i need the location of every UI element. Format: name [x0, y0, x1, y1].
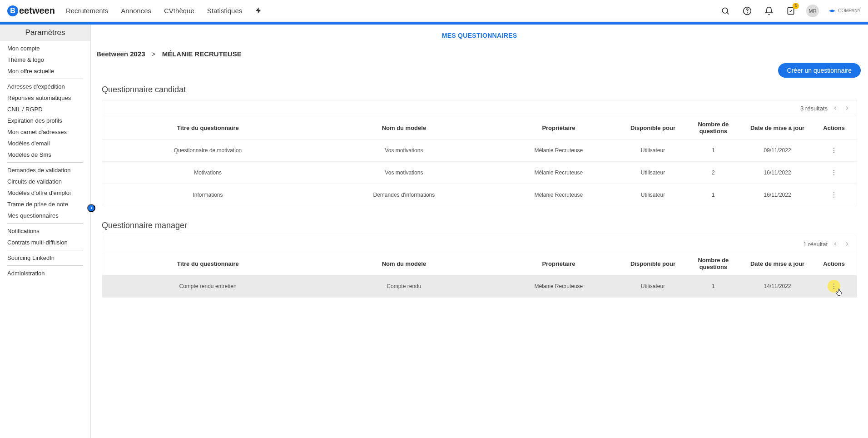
col-avail-header[interactable]: Disponible pour	[623, 252, 683, 275]
sidebar-item[interactable]: Modèles de Sms	[7, 149, 83, 160]
svg-point-14	[833, 286, 834, 287]
sidebar-collapse-button[interactable]	[87, 204, 95, 212]
sidebar-item[interactable]: Circuits de validation	[7, 176, 83, 187]
sidebar-item[interactable]: Mes questionnaires	[7, 210, 83, 221]
tab-mes-questionnaires[interactable]: MES QUESTIONNAIRES	[442, 32, 517, 41]
main: MES QUESTIONNAIRES Beetween 2023 > MÉLAN…	[91, 25, 868, 438]
sidebar-item[interactable]: Sourcing LinkedIn	[7, 252, 83, 264]
sidebar-item[interactable]: Adresses d'expédition	[7, 81, 83, 92]
sidebar-item[interactable]: Contrats multi-diffusion	[7, 237, 83, 248]
topbar: B eetween Recrutements Annonces CVthèque…	[0, 0, 868, 22]
sidebar-item[interactable]: Réponses automatiques	[7, 92, 83, 104]
sidebar-item[interactable]: Demandes de validation	[7, 164, 83, 176]
create-questionnaire-button[interactable]: Créer un questionnaire	[778, 63, 861, 78]
col-model-header[interactable]: Nom du modèle	[313, 116, 495, 139]
table-cell: Demandes d'informations	[313, 184, 495, 206]
svg-point-6	[833, 152, 834, 153]
sidebar-title: Paramètres	[0, 25, 90, 41]
table-cell: Utilisateur	[623, 275, 683, 298]
logo[interactable]: B eetween	[7, 5, 55, 16]
sidebar-item[interactable]: Notifications	[7, 225, 83, 237]
section-heading: Questionnaire candidat	[102, 85, 857, 95]
create-btn-row: Créer un questionnaire	[91, 58, 868, 81]
sidebar-item[interactable]: Mon carnet d'adresses	[7, 126, 83, 138]
breadcrumb-user[interactable]: MÉLANIE RECRUTEUSE	[162, 50, 242, 58]
col-title-header[interactable]: Titre du questionnaire	[102, 116, 313, 139]
sidebar-item[interactable]: Administration	[7, 268, 83, 279]
page-body: Paramètres Mon compteThème & logoMon off…	[0, 25, 868, 438]
table-cell: 1	[683, 184, 744, 206]
pager-prev-button[interactable]	[831, 104, 839, 112]
search-icon[interactable]	[719, 5, 732, 17]
company-text: COMPANY	[838, 8, 861, 13]
tasks-icon[interactable]: 1	[784, 5, 797, 17]
sidebar-item[interactable]: Mon compte	[7, 43, 83, 54]
svg-point-11	[833, 194, 834, 195]
sidebar: Paramètres Mon compteThème & logoMon off…	[0, 25, 91, 438]
sidebar-group: Adresses d'expéditionRéponses automatiqu…	[7, 79, 83, 163]
table-cell: 1	[683, 275, 744, 298]
actions-cell	[811, 139, 857, 162]
nav-recrutements[interactable]: Recrutements	[66, 7, 108, 15]
pager-prev-button[interactable]	[831, 240, 839, 248]
table-row[interactable]: Questionnaire de motivationVos motivatio…	[102, 139, 857, 162]
breadcrumb-org[interactable]: Beetween 2023	[96, 50, 145, 58]
avatar[interactable]: MR	[806, 5, 819, 17]
row-actions-button[interactable]	[828, 281, 839, 292]
row-actions-button[interactable]	[828, 189, 839, 200]
sidebar-item[interactable]: Expiration des profils	[7, 115, 83, 126]
help-icon[interactable]	[741, 5, 754, 17]
sidebar-item[interactable]: Modèles d'offre d'emploi	[7, 187, 83, 199]
svg-point-4	[833, 148, 834, 149]
col-owner-header[interactable]: Propriétaire	[495, 116, 623, 139]
sidebar-item[interactable]: Thème & logo	[7, 54, 83, 65]
col-date-header[interactable]: Date de mise à jour	[744, 252, 811, 275]
sidebar-item[interactable]: CNIL / RGPD	[7, 104, 83, 115]
company-logo[interactable]: COMPANY	[828, 7, 861, 15]
topbar-left: B eetween Recrutements Annonces CVthèque…	[7, 5, 262, 16]
table-cell: Vos motivations	[313, 162, 495, 184]
table-row[interactable]: Compte rendu entretienCompte renduMélani…	[102, 275, 857, 298]
sidebar-item[interactable]: Trame de prise de note	[7, 199, 83, 210]
col-model-header[interactable]: Nom du modèle	[313, 252, 495, 275]
table-cell: 16/11/2022	[744, 162, 811, 184]
table-cell: Utilisateur	[623, 162, 683, 184]
table-cell: Mélanie Recruteuse	[495, 275, 623, 298]
table-cell: 16/11/2022	[744, 184, 811, 206]
table-row[interactable]: InformationsDemandes d'informationsMélan…	[102, 184, 857, 206]
nav-statistiques[interactable]: Statistiques	[207, 7, 243, 15]
actions-cell	[811, 184, 857, 206]
col-avail-header[interactable]: Disponible pour	[623, 116, 683, 139]
nav-links: Recrutements Annonces CVthèque Statistiq…	[66, 7, 262, 15]
col-actions-header[interactable]: Actions	[811, 116, 857, 139]
svg-point-10	[833, 192, 834, 193]
pager-next-button[interactable]	[843, 240, 851, 248]
nav-annonces[interactable]: Annonces	[121, 7, 151, 15]
col-date-header[interactable]: Date de mise à jour	[744, 116, 811, 139]
col-owner-header[interactable]: Propriétaire	[495, 252, 623, 275]
bell-icon[interactable]	[763, 5, 775, 17]
bolt-icon[interactable]	[255, 7, 262, 15]
tasks-badge: 1	[793, 3, 799, 9]
pager-next-button[interactable]	[843, 104, 851, 112]
questionnaire-table: Titre du questionnaireNom du modèlePropr…	[102, 116, 857, 206]
row-actions-button[interactable]	[828, 167, 839, 178]
nav-cvtheque[interactable]: CVthèque	[164, 7, 194, 15]
col-nq-header[interactable]: Nombre de questions	[683, 116, 744, 139]
sidebar-group: Administration	[7, 266, 83, 281]
col-title-header[interactable]: Titre du questionnaire	[102, 252, 313, 275]
svg-point-13	[833, 284, 834, 284]
sidebar-item[interactable]: Mon offre actuelle	[7, 65, 83, 77]
col-actions-header[interactable]: Actions	[811, 252, 857, 275]
svg-point-0	[723, 8, 728, 13]
table-cell: Mélanie Recruteuse	[495, 139, 623, 162]
table-pager: 3 résultats	[102, 100, 857, 116]
svg-point-8	[833, 172, 834, 173]
row-actions-button[interactable]	[828, 145, 839, 156]
table-row[interactable]: MotivationsVos motivationsMélanie Recrut…	[102, 162, 857, 184]
svg-point-5	[833, 150, 834, 151]
col-nq-header[interactable]: Nombre de questions	[683, 252, 744, 275]
sidebar-item[interactable]: Modèles d'email	[7, 138, 83, 149]
table-cell: 09/11/2022	[744, 139, 811, 162]
breadcrumb: Beetween 2023 > MÉLANIE RECRUTEUSE	[91, 43, 868, 58]
